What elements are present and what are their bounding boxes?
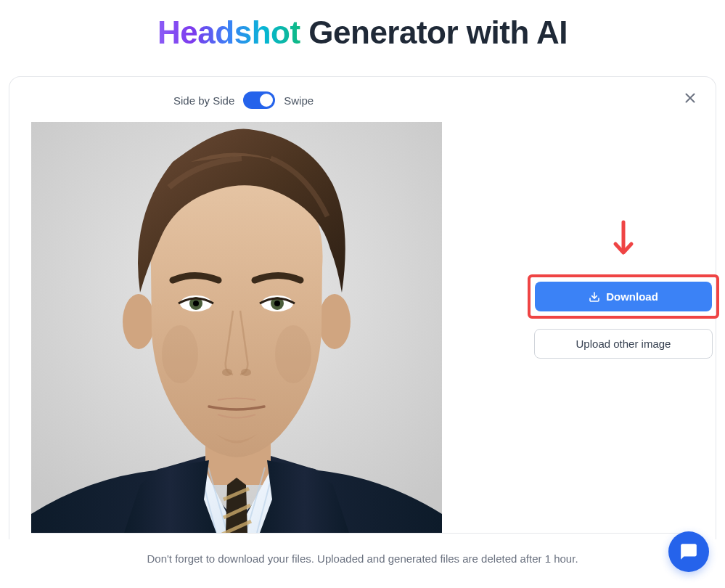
toggle-label-right: Swipe [284,94,314,107]
view-toggle: Side by Side Swipe [173,91,694,109]
footer-note: Don't forget to download your files. Upl… [31,533,694,584]
main-row: Download Upload other image [31,122,694,533]
download-icon [589,291,600,303]
arrow-down-icon [612,219,635,260]
title-rest: Generator with AI [300,15,568,50]
svg-point-13 [319,294,351,349]
title-gradient: Headshot [157,15,300,50]
content-panel: Side by Side Swipe [9,76,716,539]
view-toggle-switch[interactable] [243,91,275,109]
svg-point-19 [274,301,280,306]
svg-point-20 [222,369,232,376]
toggle-knob [260,94,273,107]
headshot-preview [31,122,442,533]
toggle-label-left: Side by Side [173,94,234,107]
page-title: Headshot Generator with AI [0,0,725,76]
svg-point-21 [241,369,251,376]
download-button[interactable]: Download [535,282,712,311]
chat-fab[interactable] [668,531,709,572]
action-column: Download Upload other image [529,122,718,359]
upload-other-button[interactable]: Upload other image [534,329,713,359]
svg-point-23 [275,325,311,383]
download-highlight-box: Download [528,274,719,319]
chat-icon [679,542,698,561]
svg-point-12 [123,294,155,349]
download-label: Download [606,290,658,303]
close-button[interactable] [682,90,698,109]
svg-point-16 [193,301,199,306]
svg-point-22 [162,325,198,383]
close-icon [682,90,698,106]
headshot-image [31,122,442,533]
